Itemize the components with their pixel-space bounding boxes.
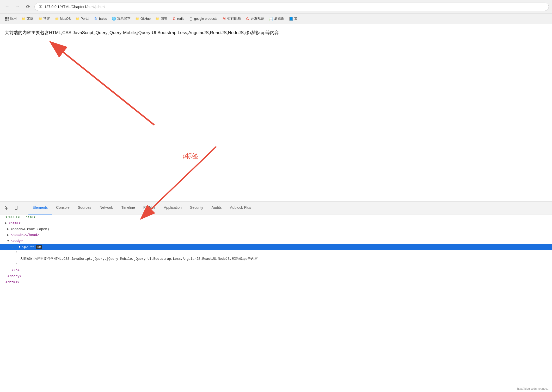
reload-button[interactable]: ⟳ xyxy=(24,3,32,11)
bookmark-redis[interactable]: C redis xyxy=(170,16,186,22)
code-line-quote-open: " xyxy=(0,250,552,256)
bookmark-macos-label: MacOS xyxy=(60,17,71,21)
p-tag-label: p标签 xyxy=(182,152,198,160)
svg-rect-3 xyxy=(15,206,17,210)
tab-security[interactable]: Security xyxy=(186,201,207,214)
bookmark-guozan-label: 国赞 xyxy=(161,16,167,21)
expand-shadow-icon[interactable]: ▶ xyxy=(7,227,9,232)
devtools-code-panel[interactable]: <!DOCTYPE html> ▶ <html> ▶ #shadow-root … xyxy=(0,214,552,391)
tab-elements[interactable]: Elements xyxy=(28,201,52,214)
folder-icon-3: 📁 xyxy=(55,17,59,21)
bookmark-baidu-label: baidu xyxy=(99,17,107,21)
bookmark-blog[interactable]: 📁 博客 xyxy=(36,15,52,22)
bookmark-logic[interactable]: 📊 逻辑图 xyxy=(267,15,286,22)
bookmark-guozan[interactable]: 📁 国赞 xyxy=(153,15,169,22)
tab-audits[interactable]: Audits xyxy=(207,201,226,214)
svg-rect-4 xyxy=(16,209,17,210)
code-line-p-close: </p> xyxy=(0,268,552,274)
code-line-p-selected[interactable]: ... ▼ <p> == $0 xyxy=(0,244,552,250)
tab-network[interactable]: Network xyxy=(95,201,117,214)
forward-button[interactable]: → xyxy=(14,3,21,11)
head-tag: <head>…</head> xyxy=(11,232,39,238)
inspect-element-button[interactable] xyxy=(3,204,10,212)
bookmark-text-label: 文 xyxy=(294,16,298,21)
doctype-text: <!DOCTYPE html> xyxy=(5,215,36,220)
bookmarks-bar: 应用 📁 文章 📁 博客 📁 MacOS 📁 Portal 百 baidu 🌐 … xyxy=(0,14,552,24)
bookmark-apps-label: 应用 xyxy=(10,16,17,21)
code-line-html: ▶ <html> xyxy=(0,220,552,226)
code-line-html-close: </html> xyxy=(0,280,552,286)
expand-body-icon[interactable]: ▼ xyxy=(7,239,9,244)
upper-arrow-annotation xyxy=(39,40,169,128)
bookmark-text[interactable]: 📘 文 xyxy=(287,15,300,22)
html-open-tag: <html> xyxy=(9,221,21,226)
yiquan-icon: 🌐 xyxy=(112,17,116,21)
bookmark-redis-label: redis xyxy=(177,17,184,21)
attribution-text: http://blog.csdn.net/noo... xyxy=(517,387,549,390)
devtools-toolbar: Elements Console Sources Network Timelin… xyxy=(0,201,552,214)
expand-p-icon[interactable]: ▼ xyxy=(19,245,21,250)
bookmark-yiquan[interactable]: 🌐 宜泉资本 xyxy=(110,15,133,22)
bookmark-portal[interactable]: 📁 Portal xyxy=(73,16,91,22)
tab-console[interactable]: Console xyxy=(52,201,73,214)
redis-icon: C xyxy=(172,17,176,21)
bookmark-devspec-label: 开发规范 xyxy=(251,16,264,21)
tab-application[interactable]: Application xyxy=(160,201,186,214)
device-toolbar-button[interactable] xyxy=(13,204,20,212)
code-line-shadow-root: ▶ #shadow-root (open) xyxy=(0,226,552,232)
bookmark-github[interactable]: 📁 GitHub xyxy=(133,16,153,22)
bookmark-dingding[interactable]: M 钉钉邮箱 xyxy=(220,15,243,22)
body-open-tag: <body> xyxy=(11,238,23,244)
page-main-text: 大前端的内容主要包含HTML,CSS,JavaScript,jQuery,jQu… xyxy=(0,24,552,41)
github-icon: 📁 xyxy=(135,17,139,21)
baidu-icon: 百 xyxy=(94,17,98,21)
bookmark-yiquan-label: 宜泉资本 xyxy=(117,16,131,21)
bookmark-dingding-label: 钉钉邮箱 xyxy=(227,16,241,21)
bookmark-google-label: google products xyxy=(194,17,217,21)
nav-bar: ← → ⟳ ⓘ 127.0.0.1/HTML/Chapter1/html/p.h… xyxy=(0,0,552,14)
dingding-icon: M xyxy=(222,17,226,21)
bookmark-apps[interactable]: 应用 xyxy=(3,15,19,22)
expand-head-icon[interactable]: ▶ xyxy=(7,233,9,238)
dollar-zero-badge: $0 xyxy=(36,245,42,250)
p-close-tag: </p> xyxy=(11,268,20,273)
devspec-icon: C xyxy=(246,17,250,21)
folder-icon-4: 📁 xyxy=(76,17,80,21)
bookmark-article-label: 文章 xyxy=(27,16,33,21)
code-line-head: ▶ <head>…</head> xyxy=(0,232,552,238)
p-open-tag-selected: <p> xyxy=(22,244,28,250)
guozan-icon: 📁 xyxy=(155,17,160,21)
tab-timeline[interactable]: Timeline xyxy=(117,201,139,214)
back-button[interactable]: ← xyxy=(3,3,11,11)
bookmark-devspec[interactable]: C 开发规范 xyxy=(243,15,266,22)
shadow-root-text: #shadow-root (open) xyxy=(11,227,49,232)
quote-close-text: " xyxy=(16,262,18,268)
code-line-doctype: <!DOCTYPE html> xyxy=(0,214,552,220)
tab-sources[interactable]: Sources xyxy=(74,201,95,214)
bookmark-github-label: GitHub xyxy=(140,17,151,21)
bookmark-macos[interactable]: 📁 MacOS xyxy=(53,16,73,22)
code-dots: ... xyxy=(11,245,17,250)
code-line-quote-close: " xyxy=(0,262,552,268)
bookmark-article[interactable]: 📁 文章 xyxy=(19,15,35,22)
tab-adblock[interactable]: Adblock Plus xyxy=(226,201,255,214)
bookmark-blog-label: 博客 xyxy=(43,16,50,21)
text-bookmark-icon: 📘 xyxy=(289,17,293,21)
bookmark-google[interactable]: { } google products xyxy=(187,16,219,22)
apps-grid-icon xyxy=(5,17,9,21)
logic-icon: 📊 xyxy=(269,17,273,21)
url-text: 127.0.0.1/HTML/Chapter1/html/p.html xyxy=(44,5,105,9)
expand-html-icon[interactable]: ▶ xyxy=(5,221,7,226)
address-bar[interactable]: ⓘ 127.0.0.1/HTML/Chapter1/html/p.html xyxy=(34,3,549,11)
google-icon: { } xyxy=(189,17,193,21)
p-content-text: 大前端的内容主要包含HTML,CSS,JavaScript,jQuery,jQu… xyxy=(20,256,258,262)
svg-line-1 xyxy=(63,52,154,125)
folder-icon-1: 📁 xyxy=(21,17,26,21)
quote-open-text: " xyxy=(16,250,18,256)
devtools-tabs: Elements Console Sources Network Timelin… xyxy=(28,201,255,214)
bookmark-baidu[interactable]: 百 baidu xyxy=(92,16,109,22)
devtools-panel: Elements Console Sources Network Timelin… xyxy=(0,201,552,391)
tab-profiles[interactable]: Profiles xyxy=(139,201,160,214)
devtools-icons-group xyxy=(3,204,24,212)
bookmark-logic-label: 逻辑图 xyxy=(274,16,284,21)
